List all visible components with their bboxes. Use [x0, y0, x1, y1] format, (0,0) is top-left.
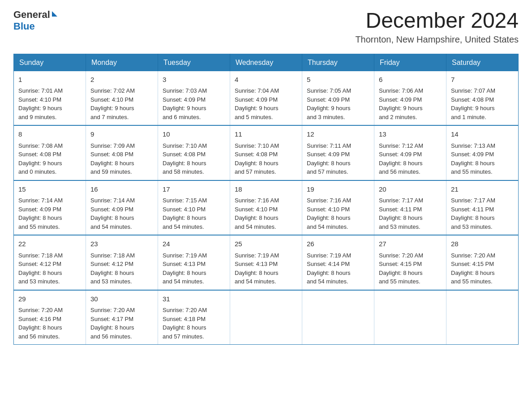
calendar-cell: 28Sunrise: 7:20 AM Sunset: 4:15 PM Dayli… [446, 235, 519, 290]
calendar-cell [302, 290, 374, 345]
day-info: Sunrise: 7:20 AM Sunset: 4:18 PM Dayligh… [163, 306, 225, 341]
calendar-cell: 22Sunrise: 7:18 AM Sunset: 4:12 PM Dayli… [14, 235, 86, 290]
day-number: 27 [379, 239, 442, 249]
day-info: Sunrise: 7:19 AM Sunset: 4:13 PM Dayligh… [235, 251, 297, 286]
calendar-cell [446, 290, 519, 345]
calendar-cell: 13Sunrise: 7:12 AM Sunset: 4:09 PM Dayli… [374, 125, 446, 180]
calendar-week-row: 1Sunrise: 7:01 AM Sunset: 4:10 PM Daylig… [14, 71, 519, 126]
calendar-cell: 8Sunrise: 7:08 AM Sunset: 4:08 PM Daylig… [14, 125, 86, 180]
calendar-cell: 27Sunrise: 7:20 AM Sunset: 4:15 PM Dayli… [374, 235, 446, 290]
calendar-cell: 16Sunrise: 7:14 AM Sunset: 4:09 PM Dayli… [86, 180, 158, 235]
day-info: Sunrise: 7:17 AM Sunset: 4:11 PM Dayligh… [379, 196, 442, 231]
calendar-cell: 17Sunrise: 7:15 AM Sunset: 4:10 PM Dayli… [158, 180, 230, 235]
calendar-cell: 29Sunrise: 7:20 AM Sunset: 4:16 PM Dayli… [14, 290, 86, 345]
day-info: Sunrise: 7:20 AM Sunset: 4:15 PM Dayligh… [379, 251, 442, 286]
day-number: 5 [307, 75, 369, 85]
calendar-cell: 21Sunrise: 7:17 AM Sunset: 4:11 PM Dayli… [446, 180, 519, 235]
calendar-cell: 1Sunrise: 7:01 AM Sunset: 4:10 PM Daylig… [14, 71, 86, 126]
day-info: Sunrise: 7:18 AM Sunset: 4:12 PM Dayligh… [18, 251, 81, 286]
calendar-cell: 7Sunrise: 7:07 AM Sunset: 4:08 PM Daylig… [446, 71, 519, 126]
day-info: Sunrise: 7:03 AM Sunset: 4:09 PM Dayligh… [163, 86, 225, 121]
day-number: 25 [235, 239, 297, 249]
day-number: 23 [90, 239, 153, 249]
day-number: 28 [451, 239, 514, 249]
calendar-cell: 12Sunrise: 7:11 AM Sunset: 4:09 PM Dayli… [302, 125, 374, 180]
day-number: 30 [90, 294, 153, 304]
day-number: 21 [451, 184, 514, 195]
day-number: 19 [307, 184, 369, 195]
calendar-header-saturday: Saturday [446, 54, 519, 71]
day-info: Sunrise: 7:07 AM Sunset: 4:08 PM Dayligh… [451, 86, 514, 121]
calendar-cell: 20Sunrise: 7:17 AM Sunset: 4:11 PM Dayli… [374, 180, 446, 235]
day-number: 31 [163, 294, 225, 304]
day-info: Sunrise: 7:09 AM Sunset: 4:08 PM Dayligh… [90, 141, 153, 176]
day-number: 13 [379, 129, 442, 140]
day-number: 24 [163, 239, 225, 249]
month-title: December 2024 [355, 9, 519, 33]
logo: General Blue [13, 9, 57, 32]
calendar-cell: 24Sunrise: 7:19 AM Sunset: 4:13 PM Dayli… [158, 235, 230, 290]
day-number: 29 [18, 294, 81, 304]
calendar-cell: 10Sunrise: 7:10 AM Sunset: 4:08 PM Dayli… [158, 125, 230, 180]
day-info: Sunrise: 7:15 AM Sunset: 4:10 PM Dayligh… [163, 196, 225, 231]
calendar-cell: 25Sunrise: 7:19 AM Sunset: 4:13 PM Dayli… [230, 235, 302, 290]
calendar-cell: 14Sunrise: 7:13 AM Sunset: 4:09 PM Dayli… [446, 125, 519, 180]
calendar-cell: 6Sunrise: 7:06 AM Sunset: 4:09 PM Daylig… [374, 71, 446, 126]
day-info: Sunrise: 7:16 AM Sunset: 4:10 PM Dayligh… [235, 196, 297, 231]
day-number: 12 [307, 129, 369, 140]
day-number: 14 [451, 129, 514, 140]
calendar-cell: 23Sunrise: 7:18 AM Sunset: 4:12 PM Dayli… [86, 235, 158, 290]
day-info: Sunrise: 7:20 AM Sunset: 4:17 PM Dayligh… [90, 306, 153, 341]
calendar-header-monday: Monday [86, 54, 158, 71]
calendar-cell: 31Sunrise: 7:20 AM Sunset: 4:18 PM Dayli… [158, 290, 230, 345]
calendar-cell: 15Sunrise: 7:14 AM Sunset: 4:09 PM Dayli… [14, 180, 86, 235]
calendar-header-row: SundayMondayTuesdayWednesdayThursdayFrid… [14, 54, 519, 71]
day-number: 9 [90, 129, 153, 140]
day-info: Sunrise: 7:19 AM Sunset: 4:14 PM Dayligh… [307, 251, 369, 286]
day-info: Sunrise: 7:01 AM Sunset: 4:10 PM Dayligh… [18, 86, 81, 121]
location-title: Thornton, New Hampshire, United States [355, 34, 519, 45]
day-info: Sunrise: 7:04 AM Sunset: 4:09 PM Dayligh… [235, 86, 297, 121]
calendar-week-row: 29Sunrise: 7:20 AM Sunset: 4:16 PM Dayli… [14, 290, 519, 345]
day-number: 10 [163, 129, 225, 140]
day-number: 18 [235, 184, 297, 195]
day-info: Sunrise: 7:02 AM Sunset: 4:10 PM Dayligh… [90, 86, 153, 121]
calendar-cell: 4Sunrise: 7:04 AM Sunset: 4:09 PM Daylig… [230, 71, 302, 126]
day-number: 17 [163, 184, 225, 195]
calendar-cell: 11Sunrise: 7:10 AM Sunset: 4:08 PM Dayli… [230, 125, 302, 180]
logo-triangle-icon [52, 11, 57, 17]
day-number: 1 [18, 75, 81, 85]
calendar-cell: 9Sunrise: 7:09 AM Sunset: 4:08 PM Daylig… [86, 125, 158, 180]
day-info: Sunrise: 7:11 AM Sunset: 4:09 PM Dayligh… [307, 141, 369, 176]
day-number: 16 [90, 184, 153, 195]
day-number: 2 [90, 75, 153, 85]
calendar-cell: 3Sunrise: 7:03 AM Sunset: 4:09 PM Daylig… [158, 71, 230, 126]
calendar-header-friday: Friday [374, 54, 446, 71]
calendar-cell: 5Sunrise: 7:05 AM Sunset: 4:09 PM Daylig… [302, 71, 374, 126]
day-info: Sunrise: 7:14 AM Sunset: 4:09 PM Dayligh… [18, 196, 81, 231]
logo-general: General [13, 9, 50, 21]
calendar-header-sunday: Sunday [14, 54, 86, 71]
calendar-week-row: 8Sunrise: 7:08 AM Sunset: 4:08 PM Daylig… [14, 125, 519, 180]
calendar-cell [374, 290, 446, 345]
day-info: Sunrise: 7:18 AM Sunset: 4:12 PM Dayligh… [90, 251, 153, 286]
day-number: 6 [379, 75, 442, 85]
calendar-cell: 18Sunrise: 7:16 AM Sunset: 4:10 PM Dayli… [230, 180, 302, 235]
calendar-cell: 30Sunrise: 7:20 AM Sunset: 4:17 PM Dayli… [86, 290, 158, 345]
day-number: 8 [18, 129, 81, 140]
calendar-cell: 19Sunrise: 7:16 AM Sunset: 4:10 PM Dayli… [302, 180, 374, 235]
logo-blue: Blue [13, 21, 35, 32]
calendar-header-wednesday: Wednesday [230, 54, 302, 71]
calendar-cell: 2Sunrise: 7:02 AM Sunset: 4:10 PM Daylig… [86, 71, 158, 126]
day-info: Sunrise: 7:14 AM Sunset: 4:09 PM Dayligh… [90, 196, 153, 231]
calendar-week-row: 22Sunrise: 7:18 AM Sunset: 4:12 PM Dayli… [14, 235, 519, 290]
day-info: Sunrise: 7:06 AM Sunset: 4:09 PM Dayligh… [379, 86, 442, 121]
calendar-header-thursday: Thursday [302, 54, 374, 71]
day-number: 20 [379, 184, 442, 195]
day-info: Sunrise: 7:20 AM Sunset: 4:16 PM Dayligh… [18, 306, 81, 341]
day-info: Sunrise: 7:19 AM Sunset: 4:13 PM Dayligh… [163, 251, 225, 286]
day-number: 7 [451, 75, 514, 85]
day-number: 15 [18, 184, 81, 195]
day-number: 4 [235, 75, 297, 85]
day-info: Sunrise: 7:16 AM Sunset: 4:10 PM Dayligh… [307, 196, 369, 231]
